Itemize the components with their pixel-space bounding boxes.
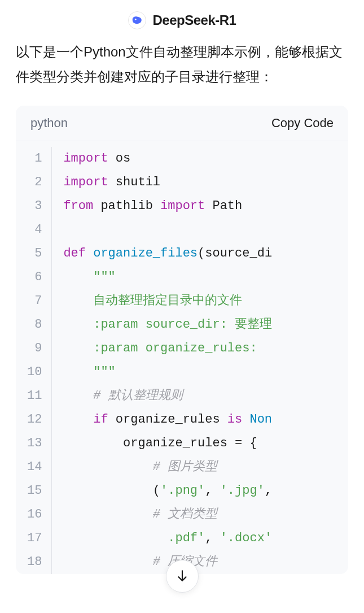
message-content: 以下是一个Python文件自动整理脚本示例，能够根据文件类型分类并创建对应的子目…: [0, 40, 364, 574]
line-number: 1: [27, 147, 42, 171]
scroll-down-button[interactable]: [166, 560, 199, 593]
line-number: 12: [27, 408, 42, 432]
code-line: [63, 218, 348, 242]
line-number: 5: [27, 242, 42, 266]
code-line: :param source_dir: 要整理: [63, 313, 348, 337]
deepseek-logo-icon: [128, 11, 146, 29]
code-line: """: [63, 266, 348, 289]
line-number: 14: [27, 455, 42, 479]
line-number: 6: [27, 266, 42, 289]
code-line: 自动整理指定目录中的文件: [63, 289, 348, 313]
code-line: .pdf', '.docx': [63, 527, 348, 550]
line-number: 2: [27, 171, 42, 194]
code-line: def organize_files(source_di: [63, 242, 348, 266]
code-line: # 文档类型: [63, 503, 348, 527]
code-header: python Copy Code: [16, 106, 348, 141]
line-number: 4: [27, 218, 42, 242]
app-header: DeepSeek-R1: [0, 0, 364, 40]
code-lang-label: python: [30, 116, 68, 131]
line-numbers: 123456789101112131415161718: [16, 147, 51, 574]
code-line: import shutil: [63, 171, 348, 194]
line-number: 8: [27, 313, 42, 337]
line-number: 7: [27, 289, 42, 313]
copy-code-button[interactable]: Copy Code: [271, 116, 334, 131]
code-gutter: [51, 147, 52, 574]
message-description: 以下是一个Python文件自动整理脚本示例，能够根据文件类型分类并创建对应的子目…: [16, 40, 348, 90]
code-line: if organize_rules is Non: [63, 408, 348, 432]
line-number: 17: [27, 527, 42, 550]
line-number: 18: [27, 550, 42, 574]
code-line: import os: [63, 147, 348, 171]
code-block: python Copy Code 12345678910111213141516…: [16, 106, 348, 574]
app-title: DeepSeek-R1: [153, 12, 236, 28]
line-number: 3: [27, 194, 42, 218]
code-line: # 默认整理规则: [63, 384, 348, 408]
code-line: ('.png', '.jpg',: [63, 479, 348, 503]
line-number: 13: [27, 432, 42, 455]
code-line: """: [63, 360, 348, 384]
code-line: # 图片类型: [63, 455, 348, 479]
line-number: 11: [27, 384, 42, 408]
code-line: :param organize_rules:: [63, 337, 348, 360]
svg-point-0: [134, 19, 136, 20]
arrow-down-icon: [175, 568, 190, 585]
line-number: 15: [27, 479, 42, 503]
line-number: 16: [27, 503, 42, 527]
code-line: organize_rules = {: [63, 432, 348, 455]
line-number: 10: [27, 360, 42, 384]
code-line: from pathlib import Path: [63, 194, 348, 218]
code-body: 123456789101112131415161718 import osimp…: [16, 141, 348, 574]
line-number: 9: [27, 337, 42, 360]
code-lines[interactable]: import osimport shutilfrom pathlib impor…: [63, 147, 348, 574]
code-line: # 压缩文件: [63, 550, 348, 574]
